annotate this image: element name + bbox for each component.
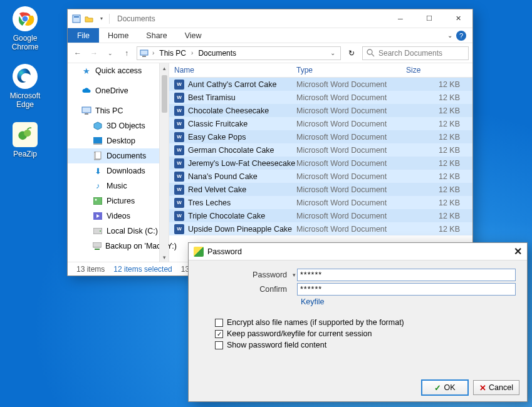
tab-file[interactable]: File <box>68 28 99 43</box>
nav-this-pc[interactable]: This PC <box>68 103 169 118</box>
dialog-titlebar[interactable]: Password ✕ <box>189 243 527 260</box>
tab-home[interactable]: Home <box>99 28 137 43</box>
word-doc-icon: W <box>174 119 184 129</box>
star-icon: ★ <box>81 66 91 76</box>
breadcrumb[interactable]: › This PC › Documents ⌄ <box>137 46 341 60</box>
explorer-window: ▾ Documents ─ ☐ ✕ File Home Share View ⌄… <box>67 9 473 276</box>
tab-view[interactable]: View <box>176 28 211 43</box>
cube-icon <box>93 121 103 131</box>
file-row[interactable]: WChocolate CheesecakeMicrosoft Word Docu… <box>169 104 472 117</box>
titlebar[interactable]: ▾ Documents ─ ☐ ✕ <box>68 9 472 28</box>
svg-rect-12 <box>85 113 88 115</box>
qat-properties-icon[interactable] <box>71 14 81 24</box>
nav-3d-objects[interactable]: 3D Objects <box>68 118 169 133</box>
nav-up-icon[interactable]: ↑ <box>120 49 133 58</box>
drive-icon <box>93 226 103 236</box>
svg-rect-7 <box>140 50 148 55</box>
x-icon: ✕ <box>479 383 486 393</box>
nav-onedrive[interactable]: OneDrive <box>68 83 169 98</box>
music-icon: ♪ <box>93 181 103 191</box>
password-mode-dropdown-icon[interactable]: ▾ <box>291 272 297 278</box>
maximize-button[interactable]: ☐ <box>415 9 444 28</box>
file-name: Chocolate Cheesecake <box>188 106 296 115</box>
refresh-icon[interactable]: ↻ <box>345 49 358 58</box>
checkbox-icon <box>215 341 223 349</box>
nav-forward-icon[interactable]: → <box>88 49 100 58</box>
file-size: 12 KB <box>406 225 472 234</box>
file-row[interactable]: WEasy Cake PopsMicrosoft Word Document12… <box>169 130 472 143</box>
file-row[interactable]: WBest TiramisuMicrosoft Word Document12 … <box>169 91 472 104</box>
search-icon <box>367 49 375 57</box>
nav-quick-access[interactable]: ★Quick access <box>68 63 169 78</box>
file-name: German Chocolate Cake <box>188 146 296 155</box>
word-doc-icon: W <box>174 198 184 208</box>
nav-back-icon[interactable]: ← <box>71 49 84 58</box>
file-type: Microsoft Word Document <box>296 212 406 220</box>
pc-icon <box>140 49 149 58</box>
nav-pictures[interactable]: Pictures <box>68 193 169 209</box>
file-row[interactable]: WRed Velvet CakeMicrosoft Word Document1… <box>169 183 472 196</box>
file-row[interactable]: WJeremy's Low-Fat CheesecakeMicrosoft Wo… <box>169 157 472 170</box>
word-doc-icon: W <box>174 80 184 90</box>
nav-backup-drive[interactable]: Backup on 'Mac' (Y:) <box>68 239 169 254</box>
file-name: Triple Chocolate Cake <box>188 212 296 220</box>
status-selected: 12 items selected <box>113 265 172 274</box>
nav-history-icon[interactable]: ⌄ <box>104 50 117 56</box>
opt-encrypt-names[interactable]: Encrypt also file names (if supported by… <box>215 318 516 327</box>
pc-icon <box>81 106 91 116</box>
file-row[interactable]: WAunt Cathy's Carrot CakeMicrosoft Word … <box>169 78 472 91</box>
file-name: Easy Cake Pops <box>188 133 296 142</box>
file-row[interactable]: WGerman Chocolate CakeMicrosoft Word Doc… <box>169 143 472 157</box>
svg-rect-13 <box>93 137 102 143</box>
confirm-input[interactable] <box>297 283 516 296</box>
minimize-button[interactable]: ─ <box>386 9 415 28</box>
svg-point-21 <box>100 230 101 232</box>
qat-folder-icon[interactable] <box>84 14 94 24</box>
opt-show-password[interactable]: Show password field content <box>215 341 516 349</box>
svg-rect-11 <box>82 107 91 113</box>
search-placeholder: Search Documents <box>378 49 442 58</box>
nav-local-disk[interactable]: Local Disk (C:) <box>68 224 169 239</box>
search-input[interactable]: Search Documents <box>362 46 469 60</box>
crumb-folder[interactable]: Documents <box>197 49 237 58</box>
opt-keep-session[interactable]: ✓Keep password/keyfile for current sessi… <box>215 329 516 338</box>
nav-downloads[interactable]: ⬇Downloads <box>68 163 169 178</box>
svg-point-4 <box>24 130 31 137</box>
dialog-close-button[interactable]: ✕ <box>514 245 522 257</box>
nav-scrollbar[interactable]: ▴▾ <box>159 63 169 262</box>
keyfile-link[interactable]: Keyfile <box>301 297 325 306</box>
tab-share[interactable]: Share <box>137 28 175 43</box>
close-button[interactable]: ✕ <box>444 9 472 28</box>
desktop-shortcut-chrome[interactable]: Google Chrome <box>5 6 45 51</box>
file-row[interactable]: WTriple Chocolate CakeMicrosoft Word Doc… <box>169 209 472 222</box>
nav-documents[interactable]: Documents <box>68 148 169 163</box>
file-size: 12 KB <box>406 93 472 102</box>
nav-music[interactable]: ♪Music <box>68 178 169 193</box>
column-type[interactable]: Type <box>296 66 406 75</box>
crumb-dropdown-icon[interactable]: ⌄ <box>330 49 338 56</box>
qat-dropdown-icon[interactable]: ▾ <box>96 14 107 24</box>
crumb-root[interactable]: This PC <box>158 49 187 58</box>
file-row[interactable]: WNana's Pound CakeMicrosoft Word Documen… <box>169 170 472 183</box>
file-row[interactable]: WUpside Down Pineapple CakeMicrosoft Wor… <box>169 222 472 235</box>
ribbon-expand-icon[interactable]: ⌄ <box>447 32 452 39</box>
password-input[interactable] <box>297 269 516 281</box>
nav-videos[interactable]: Videos <box>68 209 169 224</box>
file-size: 12 KB <box>406 80 472 89</box>
file-row[interactable]: WTres LechesMicrosoft Word Document12 KB <box>169 196 472 209</box>
videos-icon <box>93 211 103 221</box>
help-icon[interactable]: ? <box>456 31 466 41</box>
cancel-button[interactable]: ✕Cancel <box>473 380 519 395</box>
file-name: Classic Fruitcake <box>188 120 296 128</box>
ok-button[interactable]: ✓OK <box>422 380 468 395</box>
file-list: Name Type Size WAunt Cathy's Carrot Cake… <box>169 63 472 262</box>
desktop-shortcut-peazip[interactable]: PeaZip <box>5 122 45 158</box>
svg-rect-22 <box>93 242 102 247</box>
nav-desktop[interactable]: Desktop <box>68 133 169 148</box>
desktop-shortcut-edge[interactable]: Microsoft Edge <box>5 64 45 109</box>
file-row[interactable]: WClassic FruitcakeMicrosoft Word Documen… <box>169 117 472 130</box>
column-name[interactable]: Name <box>174 66 296 75</box>
column-size[interactable]: Size <box>406 66 472 75</box>
word-doc-icon: W <box>174 172 184 182</box>
file-name: Best Tiramisu <box>188 93 296 102</box>
